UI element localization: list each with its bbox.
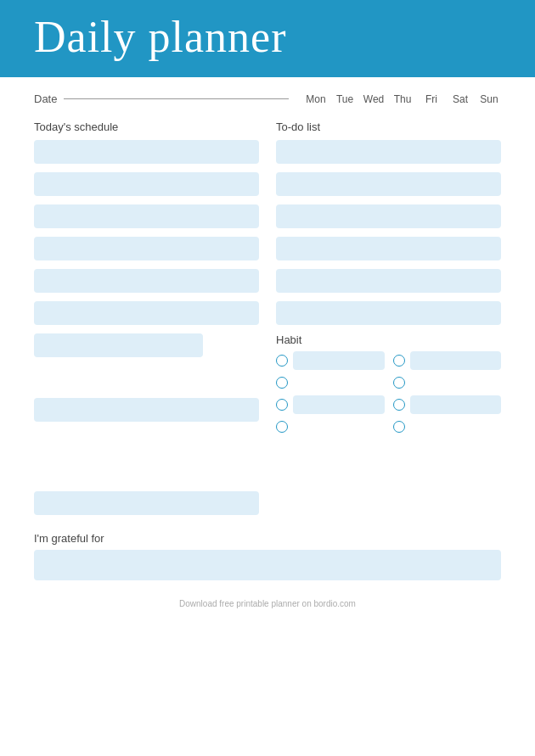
schedule-item-7[interactable] <box>34 333 203 357</box>
habit-grid <box>276 351 501 440</box>
day-thu[interactable]: Thu <box>391 93 414 105</box>
habit-circle-1[interactable] <box>276 355 288 367</box>
day-tue[interactable]: Tue <box>333 93 357 105</box>
habit-col-1 <box>276 351 385 440</box>
habit-circle-7[interactable] <box>393 399 405 411</box>
habit-circle-4[interactable] <box>276 421 288 433</box>
day-sat[interactable]: Sat <box>448 93 472 105</box>
habit-section: Habit <box>276 333 501 440</box>
habit-row-8 <box>393 421 502 433</box>
date-label: Date <box>34 92 57 105</box>
todo-label: To-do list <box>276 120 501 133</box>
habit-circle-3[interactable] <box>276 399 288 411</box>
header: Daily planner <box>0 0 535 77</box>
habit-row-3 <box>276 395 385 414</box>
schedule-items <box>34 140 259 357</box>
grateful-label: I'm grateful for <box>34 532 501 545</box>
habit-row-1 <box>276 351 385 370</box>
habit-row-6 <box>393 377 502 389</box>
main-columns: Today's schedule To-do list <box>34 120 501 524</box>
habit-circle-5[interactable] <box>393 355 405 367</box>
date-line <box>64 98 289 99</box>
schedule-label: Today's schedule <box>34 120 259 133</box>
habit-label: Habit <box>276 333 501 346</box>
day-fri[interactable]: Fri <box>420 93 443 105</box>
schedule-item-5[interactable] <box>34 269 259 293</box>
habit-circle-8[interactable] <box>393 421 405 433</box>
habit-circle-6[interactable] <box>393 377 405 389</box>
page-title: Daily planner <box>34 12 510 62</box>
todo-section: To-do list <box>276 120 501 325</box>
day-mon[interactable]: Mon <box>304 93 328 105</box>
habit-box-7[interactable] <box>410 395 502 414</box>
todo-item-2[interactable] <box>276 172 501 196</box>
days-container: Mon Tue Wed Thu Fri Sat Sun <box>304 93 501 105</box>
schedule-item-2[interactable] <box>34 172 259 196</box>
habit-box-5[interactable] <box>410 351 502 370</box>
schedule-column: Today's schedule <box>34 120 259 524</box>
schedule-item-4[interactable] <box>34 237 259 260</box>
habit-row-4 <box>276 421 385 433</box>
grateful-section: I'm grateful for <box>34 532 501 580</box>
todo-item-3[interactable] <box>276 204 501 228</box>
schedule-item-6[interactable] <box>34 301 259 325</box>
habit-circle-2[interactable] <box>276 377 288 389</box>
content: Date Mon Tue Wed Thu Fri Sat Sun Today's… <box>0 77 535 625</box>
schedule-item-9[interactable] <box>34 491 259 515</box>
todo-item-6[interactable] <box>276 301 501 325</box>
habit-row-5 <box>393 351 502 370</box>
day-wed[interactable]: Wed <box>362 93 386 105</box>
footer: Download free printable planner on bordi… <box>34 599 501 617</box>
schedule-item-3[interactable] <box>34 204 259 228</box>
habit-row-2 <box>276 377 385 389</box>
schedule-item-8[interactable] <box>34 398 259 422</box>
habit-box-3[interactable] <box>293 395 385 414</box>
day-sun[interactable]: Sun <box>477 93 501 105</box>
habit-row-7 <box>393 395 502 414</box>
todo-item-5[interactable] <box>276 269 501 293</box>
right-column: To-do list Habit <box>276 120 501 524</box>
todo-item-1[interactable] <box>276 140 501 164</box>
grateful-box[interactable] <box>34 550 501 580</box>
habit-col-2 <box>393 351 502 440</box>
habit-box-1[interactable] <box>293 351 385 370</box>
footer-text: Download free printable planner on bordi… <box>179 599 356 608</box>
schedule-item-1[interactable] <box>34 140 259 164</box>
date-row: Date Mon Tue Wed Thu Fri Sat Sun <box>34 92 501 105</box>
todo-item-4[interactable] <box>276 237 501 260</box>
